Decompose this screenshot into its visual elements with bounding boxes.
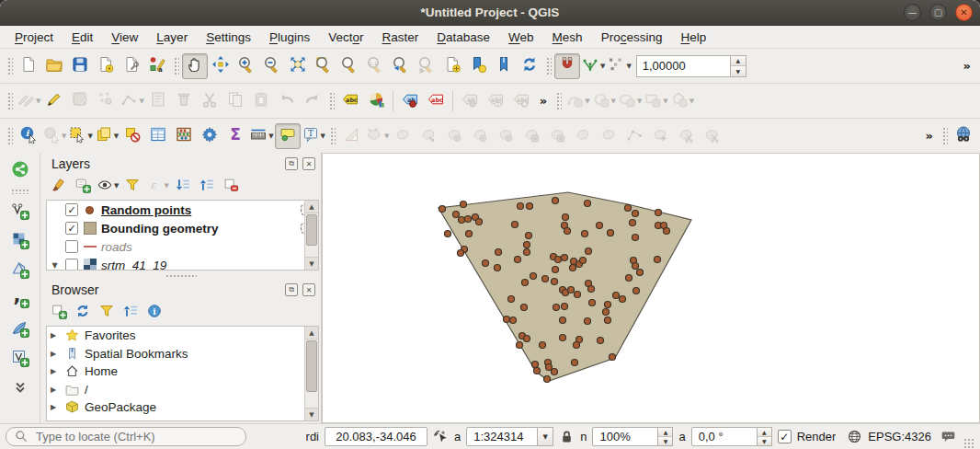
toolbar-grip[interactable] — [941, 126, 948, 146]
minimize-button[interactable]: — — [904, 4, 921, 21]
layer-row[interactable]: ▼srtm_41_19 — [47, 256, 318, 271]
locator-input[interactable] — [34, 429, 238, 444]
menu-plugins[interactable]: Plugins — [260, 28, 319, 47]
locator-search[interactable] — [6, 427, 246, 446]
style-manager-button[interactable]: a — [144, 53, 170, 79]
measure-line-button[interactable]: ▼ — [248, 123, 274, 149]
metasearch-button[interactable] — [951, 123, 976, 149]
expander-icon[interactable]: ▶ — [51, 386, 60, 394]
text-annotation-button[interactable]: T▼ — [301, 123, 326, 149]
menu-raster[interactable]: Raster — [373, 28, 428, 47]
layer-name[interactable]: Bounding geometry — [101, 222, 219, 236]
layer-row[interactable]: ✓Bounding geometry — [47, 219, 318, 237]
new-print-layout-button[interactable] — [93, 53, 119, 79]
zoom-out-button[interactable] — [259, 53, 285, 79]
messages-icon[interactable] — [940, 429, 956, 444]
scale-combo[interactable]: 1:324314 ▼ — [466, 427, 553, 446]
zoom-last-button[interactable] — [388, 53, 414, 79]
highlight-pinned-labels-button[interactable]: abc — [423, 88, 449, 114]
menu-vector[interactable]: Vector — [319, 28, 372, 47]
open-project-button[interactable] — [41, 53, 67, 79]
dropdown-arrow-icon[interactable]: ▼ — [637, 98, 642, 105]
dropdown-arrow-icon[interactable]: ▼ — [600, 63, 605, 70]
layer-row[interactable]: roads — [47, 237, 318, 256]
collapse-all-button[interactable] — [196, 175, 218, 197]
crs-status[interactable]: EPSG:4326 — [868, 430, 931, 443]
map-canvas[interactable] — [322, 153, 980, 423]
dropdown-arrow-icon[interactable]: ▼ — [139, 98, 143, 105]
browser-scrollbar[interactable]: ▲ ▼ — [304, 327, 318, 420]
layer-visibility-checkbox[interactable]: ✓ — [65, 203, 78, 216]
pan-to-selection-button[interactable] — [208, 53, 234, 79]
close-button[interactable]: ✕ — [955, 4, 973, 21]
menu-database[interactable]: Database — [427, 28, 499, 47]
layer-visibility-checkbox[interactable] — [65, 259, 78, 271]
menu-help[interactable]: Help — [671, 28, 715, 47]
deselect-all-button[interactable] — [120, 123, 145, 149]
dropdown-arrow-icon[interactable]: ▼ — [321, 132, 325, 140]
dropdown-arrow-icon[interactable]: ▼ — [585, 98, 589, 105]
expander-icon[interactable]: ▶ — [51, 331, 60, 340]
browser-item-spatialite[interactable]: ▶SpatiaLite — [47, 417, 318, 422]
new-project-button[interactable] — [16, 53, 41, 79]
add-raster-layer-button[interactable] — [7, 227, 33, 255]
add-group-button[interactable] — [72, 175, 94, 197]
maximize-button[interactable]: ▢ — [929, 4, 947, 21]
enable-properties-widget-button[interactable]: i — [143, 301, 165, 323]
dropdown-arrow-icon[interactable]: ▼ — [87, 132, 92, 140]
browser-item-spatial-bookmarks[interactable]: ▶Spatial Bookmarks — [47, 345, 318, 363]
pin-labels-button[interactable]: ab — [397, 88, 423, 114]
open-layer-styling-button[interactable] — [48, 175, 70, 197]
menu-settings[interactable]: Settings — [197, 28, 260, 47]
field-calculator-button[interactable] — [171, 123, 197, 149]
dropdown-arrow-icon[interactable]: ▼ — [611, 98, 616, 105]
toolbar-grip[interactable] — [329, 126, 336, 146]
crs-globe-icon[interactable] — [847, 429, 862, 444]
zoom-in-button[interactable] — [234, 53, 259, 79]
select-features-button[interactable]: ▼ — [67, 123, 93, 149]
collapse-all-browser-button[interactable] — [120, 301, 142, 323]
zoom-full-button[interactable] — [285, 53, 311, 79]
dropdown-arrow-icon[interactable]: ▼ — [663, 98, 667, 105]
filter-browser-button[interactable] — [96, 301, 118, 323]
window-size-grip[interactable] — [963, 438, 974, 449]
dropdown-arrow-icon[interactable]: ▼ — [268, 132, 273, 140]
lock-scale-icon[interactable] — [559, 429, 575, 444]
layer-labeling-options-button[interactable]: abc — [337, 88, 363, 114]
map-tips-button[interactable] — [275, 123, 301, 149]
toolbar-grip[interactable] — [6, 56, 13, 76]
menu-view[interactable]: View — [102, 28, 147, 47]
layer-row[interactable]: ✓Random points — [47, 201, 318, 219]
toolbar-grip[interactable] — [6, 91, 13, 111]
data-source-manager-button[interactable] — [7, 156, 33, 184]
layer-name[interactable]: srtm_41_19 — [101, 259, 166, 271]
dropdown-arrow-icon[interactable]: ▼ — [384, 132, 389, 140]
menu-processing[interactable]: Processing — [592, 28, 672, 47]
expander-icon[interactable]: ▶ — [51, 350, 60, 358]
dropdown-arrow-icon[interactable]: ▼ — [36, 98, 40, 105]
menu-web[interactable]: Web — [499, 28, 543, 47]
menu-project[interactable]: Project — [6, 28, 63, 47]
filter-legend-button[interactable] — [121, 175, 143, 197]
browser-item--[interactable]: ▶/ — [47, 381, 318, 399]
toggle-extents-icon[interactable] — [433, 429, 449, 444]
toolbar-grip[interactable] — [6, 126, 13, 146]
layers-scrollbar[interactable]: ▲ ▼ — [304, 201, 318, 270]
zoom-to-layer-button[interactable] — [336, 53, 362, 79]
zoom-to-selection-button[interactable] — [311, 53, 336, 79]
show-layout-manager-button[interactable] — [119, 53, 144, 79]
layers-panel-close-button[interactable]: ✕ — [302, 157, 315, 170]
add-virtual-layer-button[interactable] — [7, 345, 33, 373]
menu-edit[interactable]: Edit — [63, 28, 102, 47]
rotation-spinbox[interactable]: 0,0 ° ▲▼ — [691, 427, 772, 446]
dropdown-arrow-icon[interactable]: ▼ — [626, 63, 631, 70]
expand-all-button[interactable] — [172, 175, 194, 197]
expander-icon[interactable]: ▶ — [51, 367, 60, 375]
menu-mesh[interactable]: Mesh — [543, 28, 592, 47]
dropdown-arrow-icon[interactable]: ▼ — [62, 132, 66, 140]
dropdown-arrow-icon[interactable]: ▼ — [689, 98, 694, 105]
magnifier-spinbox[interactable]: 100% ▲▼ — [592, 427, 673, 446]
toolbar-overflow-button[interactable]: » — [534, 94, 553, 108]
snapping-on-intersection-button[interactable]: ▼ — [606, 53, 632, 79]
toolbar-overflow-button[interactable]: » — [958, 59, 976, 73]
